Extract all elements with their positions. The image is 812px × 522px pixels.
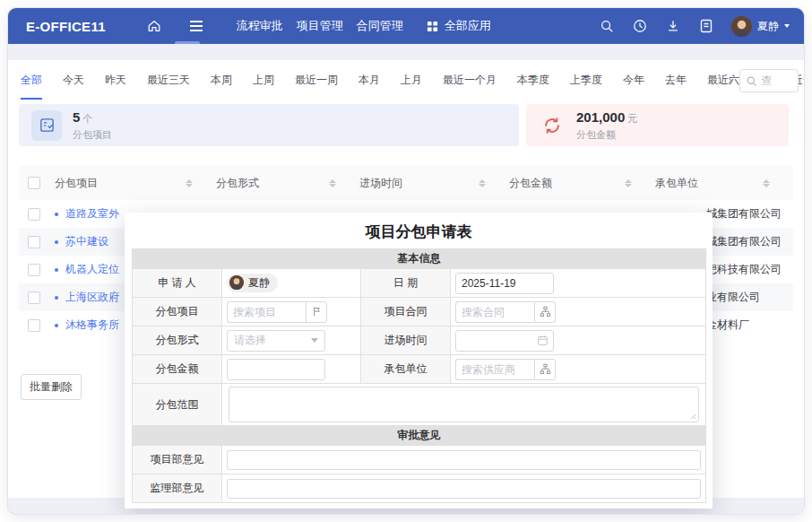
filter-tab-lastquarter[interactable]: 上季度 bbox=[570, 73, 602, 100]
company-cell: 城集团有限公司 bbox=[706, 228, 782, 256]
nav-item-approval[interactable]: 流程审批 bbox=[237, 18, 283, 34]
project-picker-icon[interactable] bbox=[306, 301, 327, 323]
sitemap-icon[interactable] bbox=[534, 301, 556, 323]
filter-tab-last3days[interactable]: 最近三天 bbox=[147, 73, 190, 100]
search-input[interactable] bbox=[761, 74, 797, 87]
nav-item-project[interactable]: 项目管理 bbox=[297, 18, 343, 34]
filter-tab-recentmonth[interactable]: 最近一个月 bbox=[443, 73, 497, 100]
applicant-avatar bbox=[229, 275, 244, 290]
row-checkbox[interactable] bbox=[28, 264, 40, 276]
sort-icon[interactable] bbox=[763, 179, 770, 187]
stat-value: 201,000 bbox=[576, 109, 625, 125]
company-cell: 想科技有限公司 bbox=[706, 256, 782, 283]
project-list-icon bbox=[31, 110, 62, 141]
amount-label: 分包金额 bbox=[133, 355, 222, 384]
chevron-down-icon bbox=[784, 24, 790, 28]
batch-delete-button[interactable]: 批量删除 bbox=[21, 374, 82, 400]
row-checkbox[interactable] bbox=[28, 291, 40, 304]
form-type-select[interactable]: 请选择 bbox=[227, 330, 325, 352]
filter-tab-thisweek[interactable]: 本周 bbox=[211, 73, 232, 100]
app-window: E-OFFICE11 流程审批 项目管理 合同管理 全部应用 bbox=[7, 7, 805, 515]
stat-value: 5 bbox=[73, 109, 80, 125]
company-cell: 业有限公司 bbox=[706, 283, 760, 311]
select-all-checkbox[interactable] bbox=[28, 177, 40, 189]
list-search-box[interactable] bbox=[739, 69, 799, 92]
applicant-chip[interactable]: 夏静 bbox=[227, 274, 278, 292]
nav-menu: 流程审批 项目管理 合同管理 bbox=[237, 18, 403, 34]
filter-tab-thisquarter[interactable]: 本季度 bbox=[517, 73, 549, 100]
filter-tab-thismonth[interactable]: 本月 bbox=[358, 73, 380, 100]
sort-icon[interactable] bbox=[625, 179, 632, 187]
applicant-name: 夏静 bbox=[248, 275, 270, 291]
clock-icon[interactable] bbox=[632, 19, 647, 34]
menu-icon[interactable] bbox=[189, 19, 204, 34]
filter-tab-recentweek[interactable]: 最近一周 bbox=[295, 73, 338, 100]
nav-active-indicator bbox=[175, 41, 200, 44]
project-link[interactable]: 道路及室外 bbox=[65, 206, 119, 222]
company-cell: 城集团有限公司 bbox=[706, 200, 782, 228]
stat-card-projects: 5个 分包项目 bbox=[19, 104, 519, 146]
scope-label: 分包范围 bbox=[133, 384, 222, 426]
bullet-icon bbox=[55, 296, 58, 300]
resize-handle[interactable] bbox=[690, 413, 696, 420]
sort-icon[interactable] bbox=[186, 179, 193, 187]
chevron-down-icon bbox=[311, 338, 318, 343]
filter-tab-yesterday[interactable]: 昨天 bbox=[105, 73, 126, 100]
project-link[interactable]: 苏中建设 bbox=[65, 234, 108, 249]
filter-tab-lastyear[interactable]: 去年 bbox=[665, 73, 687, 100]
row-checkbox[interactable] bbox=[28, 319, 40, 332]
document-icon[interactable] bbox=[698, 19, 713, 34]
contract-label: 项目合同 bbox=[361, 298, 451, 326]
filter-tabs: 全部 今天 昨天 最近三天 本周 上周 最近一周 本月 上月 最近一个月 本季度… bbox=[8, 60, 804, 100]
column-header: 进场时间 bbox=[359, 176, 402, 191]
bullet-icon bbox=[55, 240, 58, 244]
project-link[interactable]: 上海区政府 bbox=[65, 290, 119, 305]
date-label: 日 期 bbox=[361, 269, 451, 298]
company-cell: 金材料厂 bbox=[706, 311, 749, 339]
column-header: 分包形式 bbox=[216, 176, 259, 191]
filter-tab-all[interactable]: 全部 bbox=[21, 73, 42, 100]
top-navbar: E-OFFICE11 流程审批 项目管理 合同管理 全部应用 bbox=[8, 8, 804, 44]
row-checkbox[interactable] bbox=[28, 236, 40, 248]
section-header-basic: 基本信息 bbox=[133, 249, 706, 269]
unit-input[interactable] bbox=[455, 359, 534, 380]
user-avatar bbox=[731, 16, 752, 37]
filter-tab-lastweek[interactable]: 上周 bbox=[253, 73, 274, 100]
amount-input[interactable] bbox=[227, 359, 325, 380]
column-header: 分包金额 bbox=[509, 176, 552, 191]
user-name: 夏静 bbox=[757, 19, 779, 34]
tabs-more-chevron[interactable]: › bbox=[718, 74, 732, 85]
search-icon[interactable] bbox=[599, 19, 614, 34]
home-icon[interactable] bbox=[147, 19, 162, 34]
scope-textarea[interactable] bbox=[229, 387, 699, 422]
table-header: 分包项目 分包形式 进场时间 分包金额 承包单位 bbox=[19, 166, 793, 200]
filter-tab-thisyear[interactable]: 今年 bbox=[623, 73, 644, 100]
date-input[interactable] bbox=[455, 273, 554, 294]
sort-icon[interactable] bbox=[479, 179, 486, 187]
nav-item-contract[interactable]: 合同管理 bbox=[357, 18, 403, 34]
filter-tab-today[interactable]: 今天 bbox=[63, 73, 84, 100]
stat-label: 分包金额 bbox=[576, 128, 637, 142]
stat-card-amount: 201,000元 分包金额 bbox=[526, 104, 789, 146]
filter-tab-lastmonth[interactable]: 上月 bbox=[401, 73, 422, 100]
section-header-approval: 审批意见 bbox=[133, 426, 706, 446]
sub-project-input[interactable] bbox=[227, 301, 306, 323]
project-link[interactable]: 机器人定位 bbox=[65, 262, 119, 277]
project-link[interactable]: 沐格事务所 bbox=[65, 318, 119, 333]
user-menu[interactable]: 夏静 bbox=[731, 16, 790, 37]
bullet-icon bbox=[55, 324, 58, 327]
sort-icon[interactable] bbox=[329, 179, 336, 187]
entry-time-label: 进场时间 bbox=[361, 326, 451, 355]
all-apps-button[interactable]: 全部应用 bbox=[425, 18, 491, 34]
download-icon[interactable] bbox=[665, 19, 680, 34]
circular-arrows-icon bbox=[539, 112, 566, 139]
stat-cards: 5个 分包项目 201,000元 分包金额 bbox=[19, 104, 789, 146]
sitemap-icon[interactable] bbox=[534, 359, 556, 380]
row-checkbox[interactable] bbox=[28, 208, 40, 221]
contract-input[interactable] bbox=[455, 301, 534, 323]
select-placeholder: 请选择 bbox=[234, 333, 266, 348]
form-table: 基本信息 申 请 人 夏静 日 期 分包项目 bbox=[132, 248, 706, 503]
stat-label: 分包项目 bbox=[73, 128, 112, 142]
supervision-input[interactable] bbox=[227, 479, 701, 499]
project-dept-input[interactable] bbox=[227, 450, 701, 470]
